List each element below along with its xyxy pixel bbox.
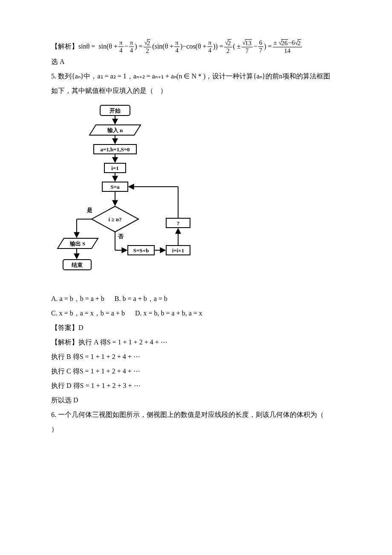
mid2: )−cos(θ + xyxy=(180,40,207,53)
flowchart-diagram: 开始 输入 n a=1,b=1,S=0 i=1 S=a i ≥ n? 是 输出 … xyxy=(60,102,213,289)
q4-conclusion: 选 A xyxy=(51,55,345,69)
q5-option-c: C. x = b，a = x，b = a + b xyxy=(51,306,125,320)
q5-explain-C: 执行 C 得S = 1 + 1 + 2 + 4 + ⋯ xyxy=(51,364,345,378)
q5-stem-line1: 5. 数列{aₙ}中，a₁ = a₂ = 1，aₙ₊₂ = aₙ₊₁ + aₙ(… xyxy=(51,69,345,83)
fc-input: 输入 n xyxy=(107,127,123,133)
q5-explain-B: 执行 B 得S = 1 + 1 + 2 + 4 + ⋯ xyxy=(51,350,345,364)
frac-pi4d: π 4 xyxy=(208,40,213,54)
sqrt-icon: 2 xyxy=(295,40,301,46)
q6-number: 6. xyxy=(51,408,56,422)
frac-pi4a: π 4 xyxy=(118,40,124,54)
fc-yes: 是 xyxy=(86,207,92,213)
q5-option-a: A. a = b，b = a + b xyxy=(51,292,104,306)
frac-final: ± 26−62 14 xyxy=(273,39,302,54)
frac-6-7: 6 7 xyxy=(258,40,263,54)
dash1: − xyxy=(124,40,128,53)
q5-stem-line2: 如下，其中赋值框中应填入的是（ ） xyxy=(51,84,345,98)
q5-options-row1: A. a = b，b = a + b B. b = a + b，a = b xyxy=(51,292,345,306)
fc-no: 否 xyxy=(118,233,124,240)
mid1: (sin(θ + xyxy=(152,40,173,53)
frac-pi4c: π 4 xyxy=(174,40,179,54)
fc-sa: S=a xyxy=(110,184,120,190)
sqrt-icon: 2 xyxy=(225,40,231,46)
q5-number: 5. xyxy=(51,69,56,83)
q5-answer: 【答案】D xyxy=(51,321,345,335)
q6-stem-line2: ） xyxy=(51,422,345,436)
fc-ssb: S=S+b xyxy=(133,247,149,254)
q5-options-row2: C. x = b，a = x，b = a + b D. x = b, b = a… xyxy=(51,306,345,320)
fc-start: 开始 xyxy=(109,107,121,114)
q5-explain-A: 【解析】执行 A 得S = 1 + 1 + 2 + 4 + ⋯ xyxy=(51,335,345,349)
mid3: )) = xyxy=(213,40,223,53)
q4-explanation-line: 【解析】 sinθ = sin(θ + π 4 − π 4 ) = 2 2 (s… xyxy=(51,39,345,54)
frac-sqrt13-7: 13 7 xyxy=(242,39,253,54)
fc-blank: ? xyxy=(177,220,180,226)
eq1: ) = xyxy=(135,40,142,53)
page-content: 【解析】 sinθ = sin(θ + π 4 − π 4 ) = 2 2 (s… xyxy=(0,0,392,462)
mid6: ) = xyxy=(264,40,272,53)
sqrt-icon: 2 xyxy=(144,40,151,46)
q6-stem-line1: 6. 一个几何体三视图如图所示，侧视图上的数值是对应线段的长度，则该几何体的体积… xyxy=(51,408,345,422)
fc-init: a=1,b=1,S=0 xyxy=(100,146,130,153)
sqrt-icon: 26 xyxy=(279,40,288,46)
fc-output: 输出 S xyxy=(69,240,85,247)
expr-prefix: sinθ = sin(θ + xyxy=(78,40,118,53)
mid4: ( ± xyxy=(233,40,241,53)
fc-end: 结束 xyxy=(71,262,83,268)
frac-pi4b: π 4 xyxy=(129,40,134,54)
fc-cond: i ≥ n? xyxy=(109,216,122,223)
q5-explain-D: 执行 D 得S = 1 + 1 + 2 + 3 + ⋯ xyxy=(51,379,345,393)
fc-iinc: i=i+1 xyxy=(172,247,184,254)
q5-option-d: D. x = b, b = a + b, a = x xyxy=(135,306,202,320)
explain-label: 【解析】 xyxy=(51,40,78,53)
q5-option-b: B. b = a + b，a = b xyxy=(115,292,167,306)
mid5: − xyxy=(254,40,257,53)
q5-stem1: 数列{aₙ}中，a₁ = a₂ = 1，aₙ₊₂ = aₙ₊₁ + aₙ(n ∈… xyxy=(58,69,330,83)
frac-sqrt2-2a: 2 2 xyxy=(144,39,152,54)
sqrt-icon: 13 xyxy=(242,40,252,46)
fc-i1: i=1 xyxy=(111,165,119,171)
frac-sqrt2-2b: 2 2 xyxy=(224,39,232,54)
q5-explain-conclusion: 所以选 D xyxy=(51,393,345,407)
